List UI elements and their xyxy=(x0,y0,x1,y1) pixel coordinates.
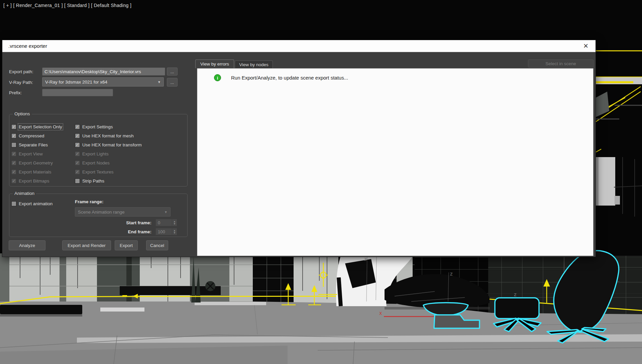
end-frame-spinner: ▲ ▼ xyxy=(172,228,177,235)
checkbox-strip-paths[interactable]: Strip Paths xyxy=(75,178,142,184)
checkbox-box: ✓ xyxy=(75,124,80,129)
frame-range-value: Scene Animation range xyxy=(78,210,125,215)
frame-range-label: Frame range: xyxy=(75,199,104,204)
start-frame-input: 0 xyxy=(155,219,172,226)
export-and-render-button[interactable]: Export and Render xyxy=(62,240,111,250)
right-strip-geometry xyxy=(596,32,642,256)
analyze-button[interactable]: Analyze xyxy=(9,240,45,250)
export-path-input[interactable]: C:\Users\matanov\Desktop\Sky_City_Interi… xyxy=(42,68,165,76)
spinner-down-icon: ▼ xyxy=(174,232,176,234)
dialog-titlebar[interactable]: .vrscene exporter ✕ xyxy=(2,40,596,52)
status-row: i Run Export/Analyze, to update scene ex… xyxy=(214,74,348,81)
checkbox-box xyxy=(75,178,80,184)
checkbox-box: ✓ xyxy=(75,169,80,174)
export-path-browse-button[interactable]: ... xyxy=(167,68,178,76)
checkbox-box: ✓ xyxy=(11,151,16,156)
tab-view-by-errors[interactable]: View by errors xyxy=(195,59,234,68)
options-group: Options ✓Export Selection Only ✓Export S… xyxy=(9,114,188,187)
end-frame-input: 100 xyxy=(155,228,172,235)
checkbox-export-bitmaps: ✓Export Bitmaps xyxy=(11,178,75,184)
chevron-down-icon: ▼ xyxy=(164,210,168,214)
vray-path-dropdown[interactable]: V-Ray for 3dsmax 2021 for x64 ▼ xyxy=(42,77,164,87)
frame-range-dropdown: Scene Animation range ▼ xyxy=(75,207,171,217)
info-icon: i xyxy=(214,74,221,81)
3dsmax-viewport: Z Z Z X Y X Y xyxy=(0,0,642,364)
vrscene-exporter-dialog: .vrscene exporter ✕ Export path: C:\User… xyxy=(2,40,596,257)
start-frame-spinner: ▲ ▼ xyxy=(172,219,177,226)
checkbox-box: ✓ xyxy=(75,160,80,165)
spinner-up-icon: ▲ xyxy=(174,220,176,223)
viewport-shading-label[interactable]: [ + ] [ Render_Camera_01 ] [ Standard ] … xyxy=(3,3,131,8)
checkbox-export-lights: ✓Export Lights xyxy=(75,151,142,157)
prefix-label: Prefix: xyxy=(9,90,22,95)
spinner-up-icon: ▲ xyxy=(174,229,176,232)
export-button[interactable]: Export xyxy=(115,240,138,250)
checkbox-box: ✓ xyxy=(11,160,16,165)
axis-label-z: Z xyxy=(514,293,517,297)
dialog-title: .vrscene exporter xyxy=(8,40,47,52)
checkbox-export-selection-only[interactable]: ✓Export Selection Only xyxy=(11,124,75,130)
close-icon[interactable]: ✕ xyxy=(581,41,591,51)
checkbox-export-settings[interactable]: ✓Export Settings xyxy=(75,124,142,130)
animation-group: Animation Export animation Frame range: … xyxy=(9,194,188,237)
prefix-input[interactable] xyxy=(42,89,113,96)
checkbox-compressed[interactable]: ✓Compressed xyxy=(11,133,75,139)
options-checkbox-grid: ✓Export Selection Only ✓Export Settings … xyxy=(11,122,142,186)
vray-path-browse-button[interactable]: ... xyxy=(167,78,178,87)
axis-label-x: X xyxy=(379,311,382,316)
export-status-panel: i Run Export/Analyze, to update scene ex… xyxy=(197,68,594,256)
checkbox-export-textures: ✓Export Textures xyxy=(75,169,142,175)
checkbox-export-nodes: ✓Export Nodes xyxy=(75,160,142,166)
checkbox-box: ✓ xyxy=(11,133,16,138)
checkbox-use-hex-mesh[interactable]: ✓Use HEX format for mesh xyxy=(75,133,142,139)
checkbox-separate-files[interactable]: Separate Files xyxy=(11,142,75,148)
cancel-button[interactable]: Cancel xyxy=(146,240,168,250)
status-message: Run Export/Analyze, to update scene expo… xyxy=(231,75,348,81)
checkbox-box xyxy=(11,201,16,206)
vray-path-value: V-Ray for 3dsmax 2021 for x64 xyxy=(45,80,107,85)
end-frame-label: End frame: xyxy=(70,229,151,234)
checkbox-export-materials: ✓Export Materials xyxy=(11,169,75,175)
start-frame-label: Start frame: xyxy=(70,220,151,225)
checkbox-box: ✓ xyxy=(75,151,80,156)
animation-group-title: Animation xyxy=(13,191,36,196)
checkbox-export-view: ✓Export View xyxy=(11,151,75,157)
spinner-down-icon: ▼ xyxy=(174,223,176,225)
checkbox-box: ✓ xyxy=(75,133,80,138)
checkbox-box: ✓ xyxy=(11,178,16,184)
checkbox-export-geometry: ✓Export Geometry xyxy=(11,160,75,166)
axis-label-z: Z xyxy=(364,257,367,262)
checkbox-box: ✓ xyxy=(75,142,80,147)
tab-view-by-nodes[interactable]: View by nodes xyxy=(235,60,273,68)
vray-path-label: V-Ray Path: xyxy=(9,80,33,85)
export-path-label: Export path: xyxy=(9,69,33,74)
options-group-title: Options xyxy=(13,111,32,116)
axis-label-z: Z xyxy=(450,272,453,276)
select-in-scene-button: Select in scene xyxy=(528,59,594,68)
checkbox-box: ✓ xyxy=(11,124,16,129)
checkbox-box xyxy=(11,142,16,147)
chevron-down-icon: ▼ xyxy=(157,80,161,84)
checkbox-box: ✓ xyxy=(11,169,16,174)
checkbox-use-hex-transform[interactable]: ✓Use HEX format for transform xyxy=(75,142,142,148)
checkbox-export-animation[interactable]: Export animation xyxy=(11,201,52,207)
